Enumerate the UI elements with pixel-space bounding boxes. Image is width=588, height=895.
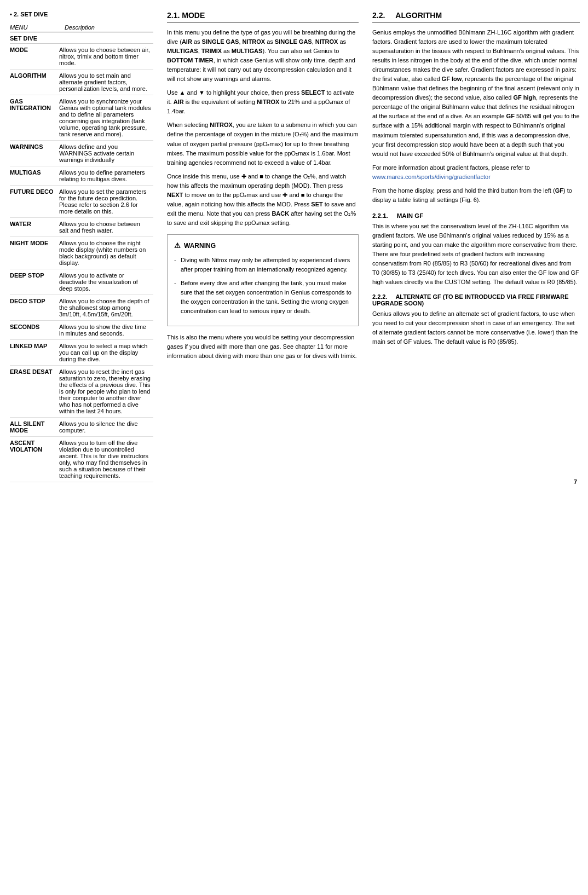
menu-item-desc: Allows you to choose the night mode disp… bbox=[59, 237, 153, 269]
mode-body: In this menu you define the type of gas … bbox=[167, 28, 359, 228]
menu-item-desc: Allows you to choose the depth of the sh… bbox=[59, 295, 153, 321]
list-item: SECONDSAllows you to show the dive time … bbox=[10, 321, 153, 340]
menu-item-name: SECONDS bbox=[10, 321, 59, 340]
list-item: WARNINGSAllows define and you WARNINGS a… bbox=[10, 141, 153, 166]
algorithm-paragraph: Genius employs the unmodified Bühlmann Z… bbox=[372, 28, 580, 159]
list-item: ERASE DESATAllows you to reset the inert… bbox=[10, 366, 153, 418]
menu-item-name: DEEP STOP bbox=[10, 269, 59, 295]
mode-section-num: 2.1. bbox=[167, 11, 180, 20]
list-item: ASCENT VIOLATIONAllows you to turn off t… bbox=[10, 437, 153, 482]
warning-item: Diving with Nitrox may only be attempted… bbox=[174, 256, 351, 274]
menu-item-desc: Allows you to select a map which you can… bbox=[59, 340, 153, 366]
col-menu: MENU bbox=[10, 23, 65, 32]
left-column: • 2. SET DIVE MENU Description SET DIVE … bbox=[0, 11, 159, 482]
list-item: FUTURE DECOAllows you to set the paramet… bbox=[10, 186, 153, 218]
menu-table: MENU Description SET DIVE bbox=[10, 23, 153, 44]
subsection-222-name: ALTERNATE GF (TO BE INTRODUCED VIA FREE … bbox=[372, 293, 569, 307]
menu-item-name: WATER bbox=[10, 218, 59, 237]
list-item: NIGHT MODEAllows you to choose the night… bbox=[10, 237, 153, 269]
list-item: GAS INTEGRATIONAllows you to synchronize… bbox=[10, 95, 153, 141]
menu-item-desc: Allows you to choose between salt and fr… bbox=[59, 218, 153, 237]
menu-item-desc: Allows you to synchronize your Genius wi… bbox=[59, 95, 153, 141]
menu-item-name: GAS INTEGRATION bbox=[10, 95, 59, 141]
menu-item-name: MODE bbox=[10, 44, 59, 70]
page-number: 7 bbox=[574, 478, 577, 485]
algorithm-section-title: 2.2. ALGORITHM bbox=[372, 11, 580, 22]
algorithm-paragraph: For more information about gradient fact… bbox=[372, 163, 580, 182]
list-item: DECO STOPAllows you to choose the depth … bbox=[10, 295, 153, 321]
menu-item-name: ALL SILENT MODE bbox=[10, 418, 59, 437]
subsection-221-name: MAIN GF bbox=[397, 212, 424, 219]
set-dive-section-header: SET DIVE bbox=[10, 32, 153, 44]
menu-item-name: NIGHT MODE bbox=[10, 237, 59, 269]
menu-item-desc: Allows define and you WARNINGS activate … bbox=[59, 141, 153, 166]
middle-column: 2.1. MODE In this menu you define the ty… bbox=[159, 11, 367, 482]
warning-box: ⚠ WARNING Diving with Nitrox may only be… bbox=[167, 234, 359, 326]
list-item: LINKED MAPAllows you to select a map whi… bbox=[10, 340, 153, 366]
mode-paragraph: When selecting NITROX, you are taken to … bbox=[167, 120, 359, 167]
algorithm-paragraph: From the home display, press and hold th… bbox=[372, 186, 580, 205]
menu-item-desc: Allows you to define parameters relating… bbox=[59, 166, 153, 186]
table-header-row: MENU Description bbox=[10, 23, 153, 32]
warning-header: ⚠ WARNING bbox=[174, 240, 351, 251]
section-header-label: SET DIVE bbox=[10, 32, 153, 44]
subsection-222-num: 2.2.2. bbox=[372, 293, 388, 300]
mode-section-title: 2.1. MODE bbox=[167, 11, 359, 22]
menu-item-desc: Allows you to set the parameters for the… bbox=[59, 186, 153, 218]
menu-rows: MODEAllows you to choose between air, ni… bbox=[10, 44, 153, 482]
warning-list: Diving with Nitrox may only be attempted… bbox=[174, 256, 351, 316]
mode-footer-text: This is also the menu where you would be… bbox=[167, 333, 359, 361]
menu-item-name: MULTIGAS bbox=[10, 166, 59, 186]
warning-item: Before every dive and after changing the… bbox=[174, 279, 351, 316]
mode-paragraph: Once inside this menu, use ✚ and ■ to ch… bbox=[167, 172, 359, 228]
menu-item-desc: Allows you to choose between air, nitrox… bbox=[59, 44, 153, 70]
subsection-222-title: 2.2.2. ALTERNATE GF (TO BE INTRODUCED VI… bbox=[372, 293, 580, 307]
mode-paragraph: Use ▲ and ▼ to highlight your choice, th… bbox=[167, 88, 359, 116]
subsection-222-text: Genius allows you to define an alternate… bbox=[372, 309, 580, 347]
list-item: MULTIGASAllows you to define parameters … bbox=[10, 166, 153, 186]
menu-item-desc: Allows you to turn off the dive violatio… bbox=[59, 437, 153, 482]
list-item: ALL SILENT MODEAllows you to silence the… bbox=[10, 418, 153, 437]
menu-item-desc: Allows you to reset the inert gas satura… bbox=[59, 366, 153, 418]
menu-item-desc: Allows you to show the dive time in minu… bbox=[59, 321, 153, 340]
algorithm-section-num: 2.2. bbox=[372, 11, 385, 20]
menu-item-desc: Allows you to set main and alternate gra… bbox=[59, 70, 153, 95]
menu-item-name: ALGORITHM bbox=[10, 70, 59, 95]
list-item: ALGORITHMAllows you to set main and alte… bbox=[10, 70, 153, 95]
subsection-221-text: This is where you set the conservatism l… bbox=[372, 222, 580, 287]
breadcrumb: • 2. SET DIVE bbox=[10, 11, 153, 18]
col-desc: Description bbox=[65, 23, 153, 32]
right-column: 2.2. ALGORITHM Genius employs the unmodi… bbox=[367, 11, 588, 482]
list-item: WATERAllows you to choose between salt a… bbox=[10, 218, 153, 237]
gradient-factor-link[interactable]: www.mares.com/sports/diving/gradientfact… bbox=[372, 174, 491, 180]
menu-item-desc: Allows you to activate or deactivate the… bbox=[59, 269, 153, 295]
menu-item-name: WARNINGS bbox=[10, 141, 59, 166]
menu-item-name: FUTURE DECO bbox=[10, 186, 59, 218]
subsection-221-num: 2.2.1. bbox=[372, 212, 388, 219]
warning-icon: ⚠ bbox=[174, 240, 181, 251]
menu-item-name: ASCENT VIOLATION bbox=[10, 437, 59, 482]
menu-item-desc: Allows you to silence the dive computer. bbox=[59, 418, 153, 437]
mode-section-name: MODE bbox=[182, 11, 205, 20]
list-item: DEEP STOPAllows you to activate or deact… bbox=[10, 269, 153, 295]
algorithm-body: Genius employs the unmodified Bühlmann Z… bbox=[372, 28, 580, 205]
menu-item-name: LINKED MAP bbox=[10, 340, 59, 366]
subsection-221-title: 2.2.1. MAIN GF bbox=[372, 212, 580, 219]
warning-title: WARNING bbox=[184, 241, 216, 251]
menu-item-name: DECO STOP bbox=[10, 295, 59, 321]
mode-paragraph: In this menu you define the type of gas … bbox=[167, 28, 359, 84]
algorithm-section-name: ALGORITHM bbox=[395, 11, 442, 20]
menu-item-name: ERASE DESAT bbox=[10, 366, 59, 418]
list-item: MODEAllows you to choose between air, ni… bbox=[10, 44, 153, 70]
